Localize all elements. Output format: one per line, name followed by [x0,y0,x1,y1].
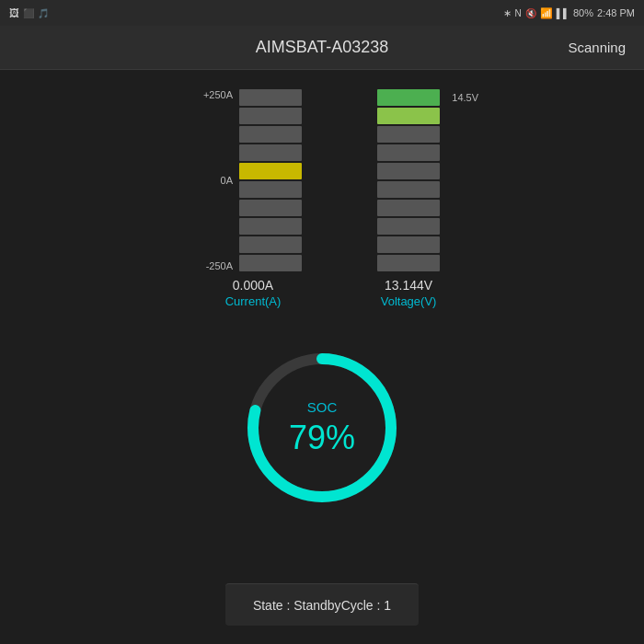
bluetooth-icon: ∗ [503,7,512,19]
current-seg-3 [239,126,302,143]
voltage-gauge: 14.5V 13.144V Voltage(V) [376,88,441,308]
current-top-label: +250A [203,89,233,100]
gauges-section: +250A 0A -250A 0.00 [203,88,441,308]
wifi-icon: 📶 [540,7,553,19]
media-icon: 🎵 [38,8,49,18]
voltage-seg-6 [377,181,440,198]
voltage-seg-8 [377,218,440,235]
current-seg-4 [239,144,302,161]
app-header: AIMSBAT-A03238 Scanning [0,26,644,70]
scanning-status: Scanning [561,40,626,55]
voltage-seg-10 [377,255,440,271]
soc-circle: SOC 79% [239,345,405,511]
current-seg-1 [239,89,302,106]
status-bar-right: ∗ N 🔇 📶 ▌▌ 80% 2:48 PM [503,7,635,19]
soc-label: SOC [289,399,355,415]
mute-icon: 🔇 [525,8,536,18]
current-axis-label: Current(A) [225,294,282,308]
current-value: 0.000A [233,278,273,293]
voltage-seg-9 [377,236,440,253]
voltage-bar-wrapper: 14.5V [376,88,441,272]
cycle-display: Cycle : 1 [341,598,391,613]
device-title: AIMSBAT-A03238 [83,38,561,57]
notification-icon: N [515,8,522,18]
voltage-seg-2 [377,108,440,124]
main-content: +250A 0A -250A 0.00 [0,70,644,644]
signal-icon: ▌▌ [557,8,569,18]
voltage-seg-4 [377,144,440,161]
status-bar-left: 🖼 ⬛ 🎵 [9,7,49,18]
soc-section: SOC 79% [239,345,405,511]
current-seg-6 [239,181,302,198]
img-icon: 🖼 [9,7,19,18]
voltage-active-label: 14.5V [452,92,478,103]
clock: 2:48 PM [597,7,635,18]
current-seg-5 [239,163,302,179]
current-bottom-label: -250A [203,260,233,271]
soc-inner: SOC 79% [289,399,355,457]
status-bar: 🖼 ⬛ 🎵 ∗ N 🔇 📶 ▌▌ 80% 2:48 PM [0,0,644,26]
voltage-seg-5 [377,163,440,179]
current-bar [238,88,303,272]
current-bar-wrapper: +250A 0A -250A [203,88,303,272]
voltage-axis-label: Voltage(V) [381,294,437,308]
state-display: State : Standby [253,598,341,613]
voltage-seg-1: 14.5V [377,89,440,106]
current-seg-10 [239,255,302,271]
current-mid-label: 0A [203,175,233,186]
voltage-seg-3 [377,126,440,143]
battery-indicator: 80% [573,7,593,18]
voltage-value: 13.144V [385,278,432,293]
current-seg-7 [239,200,302,216]
current-seg-2 [239,108,302,124]
img2-icon: ⬛ [23,8,34,18]
bottom-status-bar: State : Standby Cycle : 1 [225,583,419,626]
current-gauge: +250A 0A -250A 0.00 [203,88,303,308]
soc-value: 79% [289,419,355,457]
current-seg-8 [239,218,302,235]
voltage-seg-7 [377,200,440,216]
current-seg-9 [239,236,302,253]
